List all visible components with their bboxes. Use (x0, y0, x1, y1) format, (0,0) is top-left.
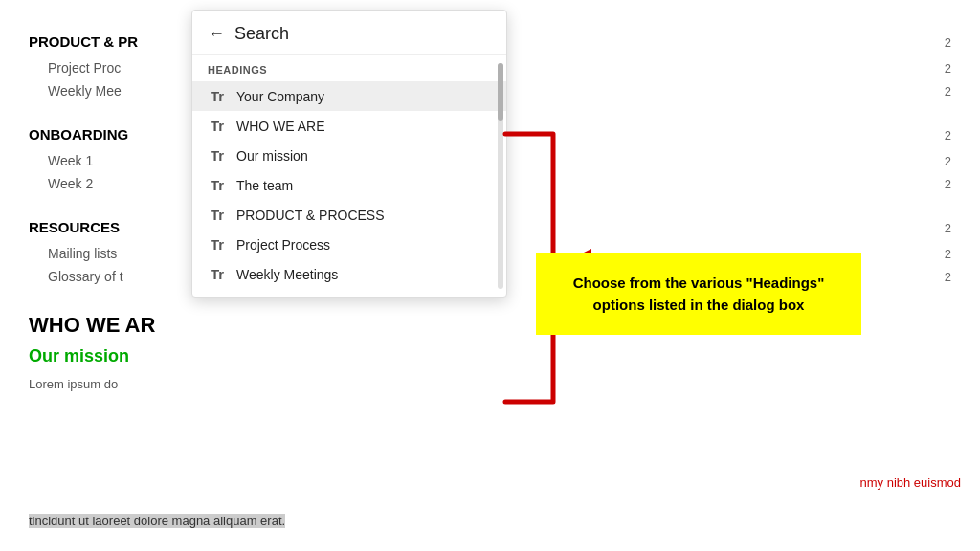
doc-number-7: 2 (945, 245, 951, 265)
heading-item-5[interactable]: Tr Project Process (192, 230, 506, 259)
doc-item-mailinglists: Mailing lists (29, 243, 117, 264)
heading-item-2[interactable]: Tr Our mission (192, 141, 506, 170)
doc-body-section: Lorem ipsum do nmy nibh euismod (29, 375, 951, 395)
heading-item-text-1: WHO WE ARE (236, 119, 325, 134)
heading-item-4[interactable]: Tr PRODUCT & PROCESS (192, 200, 506, 230)
doc-item-week2: Week 2 (29, 173, 93, 194)
heading-item-0[interactable]: Tr Your Company (192, 81, 506, 111)
doc-number-8: 2 (945, 268, 951, 288)
doc-heading-onboarding: ONBOARDING (29, 123, 128, 146)
doc-heading-resources: RESOURCES (29, 216, 120, 239)
tt-icon-0: Tr (208, 88, 227, 104)
heading-item-1[interactable]: Tr WHO WE ARE (192, 111, 506, 141)
doc-body1: Lorem ipsum do (29, 377, 118, 391)
doc-h2-section: Our mission (29, 342, 951, 370)
tt-icon-4: Tr (208, 207, 227, 223)
tt-icon-6: Tr (208, 266, 227, 282)
doc-number-3: 2 (945, 126, 951, 146)
heading-item-text-6: Weekly Meetings (236, 267, 338, 282)
tt-icon-2: Tr (208, 147, 227, 164)
doc-number-0: 2 (945, 33, 951, 54)
doc-heading-product: PRODUCT & PR (29, 31, 138, 54)
tooltip-box: Choose from the various "Headings" optio… (536, 253, 861, 335)
doc-number-2: 2 (945, 82, 951, 102)
doc-item-glossary: Glossary of t (29, 266, 123, 287)
tt-icon-1: Tr (208, 118, 227, 134)
heading-item-text-4: PRODUCT & PROCESS (236, 208, 385, 223)
doc-body2-section: tincidunt ut laoreet dolore magna aliqua… (29, 512, 285, 532)
doc-number-1: 2 (945, 59, 951, 79)
back-button[interactable]: ← (208, 24, 225, 44)
doc-body-right: nmy nibh euismod (860, 474, 962, 494)
doc-number-4: 2 (945, 152, 951, 172)
doc-body2-highlight: tincidunt ut laoreet dolore magna aliqua… (29, 514, 285, 528)
headings-section-label: HEADINGS (192, 55, 506, 81)
heading-item-text-5: Project Process (236, 237, 330, 253)
heading-item-text-2: Our mission (236, 148, 308, 164)
doc-number-5: 2 (945, 175, 951, 195)
tt-icon-5: Tr (208, 236, 227, 253)
doc-item-week1: Week 1 (29, 150, 93, 171)
doc-number-6: 2 (945, 219, 951, 239)
heading-item-6[interactable]: Tr Weekly Meetings (192, 259, 506, 289)
panel-scrollbar-thumb (498, 63, 503, 121)
doc-h2: Our mission (29, 346, 129, 365)
search-header: ← Search (192, 11, 506, 55)
tooltip-text: Choose from the various "Headings" optio… (573, 275, 825, 313)
doc-item-projproc: Project Proc (29, 57, 121, 78)
heading-item-text-0: Your Company (236, 89, 324, 104)
heading-item-text-3: The team (236, 178, 293, 193)
doc-h1: WHO WE AR (29, 313, 155, 337)
search-panel: ← Search HEADINGS Tr Your Company Tr WHO… (191, 10, 507, 298)
tt-icon-3: Tr (208, 177, 227, 193)
search-title: Search (234, 24, 289, 44)
doc-item-weeklymee: Weekly Mee (29, 80, 122, 101)
heading-item-3[interactable]: Tr The team (192, 170, 506, 200)
